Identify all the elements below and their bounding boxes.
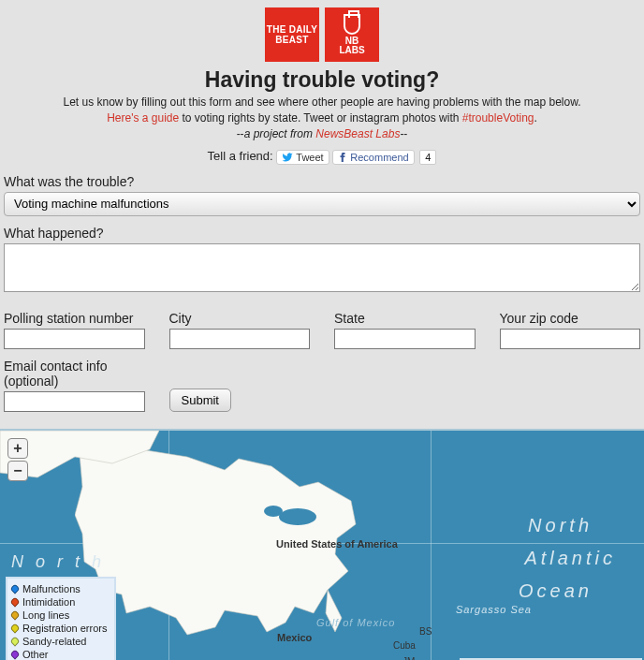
nb-labs-logo[interactable]: NB LABS	[325, 7, 379, 62]
legend-item: Other	[11, 648, 107, 660]
zip-input[interactable]	[500, 329, 641, 349]
facebook-icon	[338, 153, 347, 162]
water-label-atlantic: Atlantic	[524, 548, 616, 569]
tweet-label: Tweet	[296, 152, 323, 163]
logo-bar: THE DAILY BEAST NB LABS	[0, 0, 644, 66]
legend-label: Registration errors	[22, 623, 107, 634]
nblabs-link[interactable]: NewsBeast Labs	[315, 127, 400, 140]
logo-text: NB LABS	[339, 37, 364, 55]
happened-textarea[interactable]	[4, 243, 640, 292]
legend-item: Sandy-related	[11, 635, 107, 648]
flask-icon	[344, 14, 360, 35]
sub-line2-mid: to voting rights by state. Tweet or inst…	[179, 111, 462, 125]
sub-line1: Let us know by filling out this form and…	[64, 95, 581, 109]
daily-beast-logo[interactable]: THE DAILY BEAST	[265, 7, 319, 62]
usa-label: United States of America	[276, 538, 398, 550]
legend-label: Sandy-related	[22, 636, 87, 647]
pin-icon	[9, 583, 20, 594]
polling-label: Polling station number	[4, 311, 145, 326]
pin-icon	[9, 609, 20, 620]
state-input[interactable]	[334, 329, 476, 349]
water-label-north: North	[528, 515, 593, 536]
cuba-label: Cuba	[393, 640, 416, 651]
pin-icon	[9, 636, 20, 646]
legend-item: Intimidation	[11, 595, 107, 609]
pin-icon	[9, 649, 20, 659]
recommend-label: Recommend	[350, 152, 408, 163]
legend-item: Registration errors	[11, 622, 107, 635]
pin-icon	[9, 596, 20, 607]
water-label-ocean: Ocean	[519, 580, 593, 602]
page-subtitle: Let us know by filling out this form and…	[0, 95, 644, 141]
zoom-in-button[interactable]: +	[7, 438, 28, 459]
mexico-label: Mexico	[277, 632, 312, 643]
zoom-controls: + −	[7, 438, 28, 483]
legend-item: Long lines	[11, 609, 107, 622]
recommend-count: 4	[419, 150, 436, 165]
guide-link[interactable]: Here's a guide	[107, 111, 179, 125]
gulf-label: Gulf of Mexico	[316, 618, 395, 628]
legend-label: Other	[22, 649, 49, 660]
zoom-out-button[interactable]: −	[7, 461, 28, 481]
state-label: State	[334, 311, 476, 326]
sargasso-label: Sargasso Sea	[456, 604, 532, 615]
submit-button[interactable]: Submit	[169, 389, 231, 412]
svg-point-1	[264, 506, 283, 517]
trouble-label: What was the trouble?	[4, 174, 640, 189]
svg-point-0	[279, 508, 316, 525]
city-label: City	[169, 311, 311, 326]
trouble-select[interactable]: Voting machine malfunctions	[4, 192, 640, 216]
email-label: Email contact info (optional)	[4, 359, 145, 389]
form: What was the trouble? Voting machine mal…	[0, 174, 644, 412]
happened-label: What happened?	[4, 226, 640, 241]
recommend-button[interactable]: Recommend	[332, 150, 414, 165]
water-label-north-left: N o r t h	[11, 552, 105, 572]
tweet-button[interactable]: Tweet	[276, 150, 329, 165]
jm-label: JM	[402, 656, 415, 660]
email-input[interactable]	[4, 391, 145, 412]
logo-text: THE DAILY BEAST	[267, 24, 318, 46]
twitter-icon	[282, 152, 293, 163]
page-title: Having trouble voting?	[0, 67, 644, 93]
map-legend: MalfunctionsIntimidationLong linesRegist…	[6, 577, 116, 660]
pin-icon	[9, 623, 20, 633]
sub3-post: --	[400, 127, 407, 140]
legend-label: Intimidation	[22, 596, 75, 608]
city-input[interactable]	[169, 329, 311, 349]
map[interactable]: N o r t h North Atlantic Ocean Sargasso …	[0, 429, 644, 660]
sub3-em: a project from	[244, 127, 316, 140]
share-row: Tell a friend: Tweet Recommend 4	[0, 149, 644, 165]
sub-line2-tail: .	[534, 111, 537, 125]
sub3-pre: --	[237, 127, 244, 140]
legend-label: Malfunctions	[22, 583, 80, 594]
hashtag-link[interactable]: #troubleVoting	[462, 111, 534, 125]
legend-label: Long lines	[22, 609, 69, 621]
zip-label: Your zip code	[500, 311, 641, 326]
polling-input[interactable]	[4, 329, 145, 349]
bs-label: BS	[419, 626, 432, 637]
legend-item: Malfunctions	[11, 582, 107, 595]
share-label: Tell a friend:	[208, 149, 273, 163]
